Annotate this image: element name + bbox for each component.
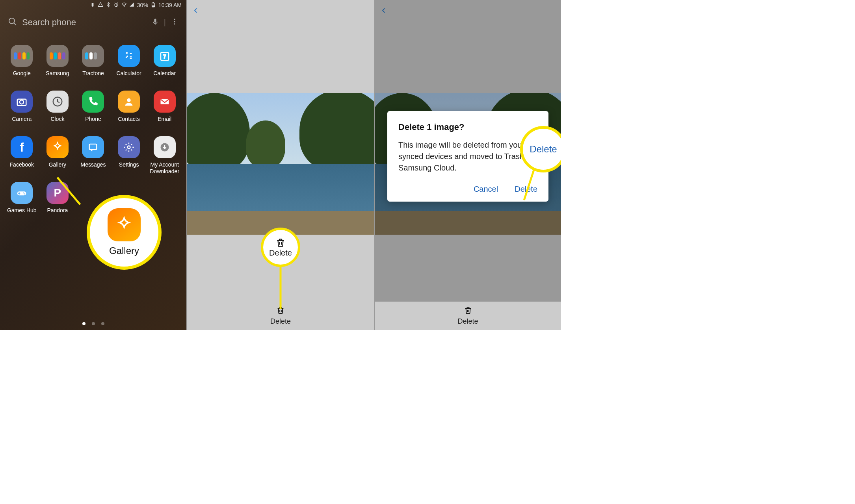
bottom-delete-label[interactable]: Delete [457, 317, 478, 326]
svg-rect-17 [160, 99, 169, 104]
app-label: Gallery [49, 161, 66, 175]
svg-point-16 [127, 98, 130, 102]
app-label: Calendar [153, 70, 176, 83]
app-tracfone-folder[interactable]: Tracfone [75, 45, 111, 83]
search-placeholder-label: Search phone [22, 17, 147, 28]
app-label: Settings [119, 161, 139, 175]
app-clock[interactable]: Clock [40, 91, 76, 129]
app-camera[interactable]: Camera [4, 91, 40, 129]
app-grid: Google Samsung Tracfone Calculator 7 [0, 35, 186, 224]
search-icon [8, 17, 17, 28]
clock-icon [52, 96, 63, 107]
messages-icon [87, 142, 99, 153]
app-pandora[interactable]: P Pandora [40, 182, 76, 220]
svg-rect-18 [89, 144, 97, 150]
svg-rect-0 [91, 3, 93, 6]
svg-point-2 [124, 6, 124, 6]
dialog-body: This image will be deleted from your syn… [398, 139, 537, 174]
callout-delete: Delete [261, 228, 300, 267]
svg-rect-7 [154, 19, 156, 22]
callout-label: Delete [530, 144, 557, 155]
trash-icon[interactable] [464, 306, 472, 317]
clock-time-label: 10:39 AM [158, 2, 182, 8]
app-calendar[interactable]: 7 Calendar [147, 45, 182, 83]
app-label: Messages [81, 161, 106, 175]
panel-delete-dialog: ‹ Delete 1 image? This image will be del… [374, 0, 561, 330]
app-messages[interactable]: Messages [75, 136, 111, 175]
svg-rect-5 [152, 6, 154, 6]
svg-point-10 [174, 23, 175, 24]
camera-icon [16, 96, 28, 107]
app-label: Email [158, 116, 171, 129]
alarm-icon [113, 2, 119, 9]
app-gallery[interactable]: Gallery [40, 136, 76, 175]
app-label: Calculator [117, 70, 141, 83]
svg-point-14 [20, 100, 24, 104]
pandora-icon: P [54, 186, 61, 200]
download-icon [159, 142, 170, 153]
signal-icon [129, 2, 135, 9]
app-samsung-folder[interactable]: Samsung [40, 45, 76, 83]
app-email[interactable]: Email [147, 91, 182, 129]
app-label: Camera [12, 116, 32, 129]
trash-icon [275, 237, 286, 248]
app-my-account-downloader[interactable]: My Account Downloader [147, 136, 182, 175]
battery-percent-label: 30% [137, 2, 148, 8]
app-label: Tracfone [82, 70, 104, 83]
cancel-button[interactable]: Cancel [474, 185, 498, 194]
callout-gallery: Gallery [87, 195, 162, 270]
mic-icon[interactable] [151, 18, 159, 27]
contacts-icon [123, 96, 134, 107]
phone-icon [87, 96, 99, 107]
back-icon[interactable]: ‹ [194, 4, 197, 16]
app-label: My Account Downloader [147, 161, 182, 175]
gallery-icon [108, 208, 141, 241]
gamepad-icon [16, 187, 28, 199]
app-label: Games Hub [7, 207, 37, 220]
app-games-hub[interactable]: Games Hub [4, 182, 40, 220]
app-label: Google [13, 70, 31, 83]
svg-point-22 [23, 193, 24, 194]
facebook-icon: f [20, 140, 24, 155]
status-bar: 30% 10:39 AM [0, 0, 186, 10]
wifi-icon [121, 2, 127, 9]
svg-point-23 [24, 193, 26, 195]
search-bar[interactable]: Search phone | [8, 13, 178, 32]
svg-point-8 [174, 19, 175, 20]
app-phone[interactable]: Phone [75, 91, 111, 129]
svg-point-9 [174, 21, 175, 22]
app-label: Pandora [47, 207, 68, 220]
dialog-title: Delete 1 image? [398, 122, 537, 132]
app-google-folder[interactable]: Google [4, 45, 40, 83]
panel-gallery-view: ‹ Delete Delete [186, 0, 374, 330]
top-bar: ‹ [187, 0, 374, 20]
bluetooth-icon [106, 2, 111, 9]
panel-app-drawer: 30% 10:39 AM Search phone | Google [0, 0, 186, 330]
photo-preview[interactable] [187, 93, 374, 235]
gear-icon [123, 142, 134, 153]
battery-saver-icon [90, 2, 95, 9]
app-calculator[interactable]: Calculator [111, 45, 147, 83]
bottom-delete-label[interactable]: Delete [270, 317, 291, 326]
callout-delete-label: Delete [269, 248, 292, 258]
page-indicator[interactable] [0, 322, 186, 325]
gallery-icon [52, 141, 63, 153]
app-label: Clock [50, 116, 64, 129]
app-facebook[interactable]: f Facebook [4, 136, 40, 175]
calendar-icon: 7 [159, 50, 171, 62]
svg-point-6 [9, 18, 15, 24]
app-settings[interactable]: Settings [111, 136, 147, 175]
sync-icon [98, 2, 103, 9]
calculator-icon [123, 50, 135, 62]
more-icon[interactable] [171, 18, 178, 27]
callout-line [280, 267, 282, 309]
svg-point-19 [128, 146, 130, 149]
app-contacts[interactable]: Contacts [111, 91, 147, 129]
app-label: Facebook [10, 161, 34, 175]
battery-icon [151, 2, 156, 9]
app-label: Samsung [46, 70, 69, 83]
app-label: Contacts [118, 116, 139, 129]
svg-text:7: 7 [163, 54, 166, 59]
email-icon [159, 96, 170, 107]
app-label: Phone [85, 116, 101, 129]
